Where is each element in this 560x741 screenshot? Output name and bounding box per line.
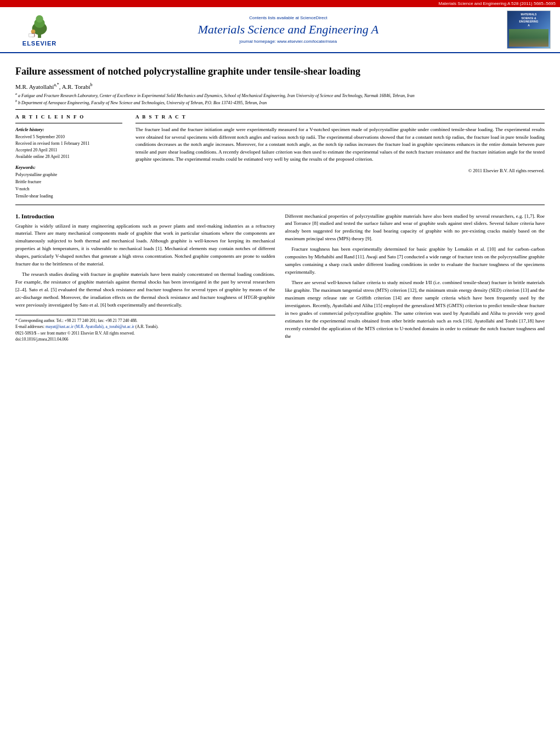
journal-citation: Materials Science and Engineering A 528 … <box>439 1 556 6</box>
authors-line: M.R. Ayatollahia,*, A.R. Torabib <box>15 82 545 90</box>
journal-title-area: Contents lists available at ScienceDirec… <box>72 10 504 52</box>
copyright-notice: © 2011 Elsevier B.V. All rights reserved… <box>135 168 545 173</box>
sciencedirect-text: ScienceDirect <box>300 15 327 20</box>
right-para3: There are several well-known failure cri… <box>285 279 545 341</box>
elsevier-tree-icon <box>23 13 56 39</box>
article-info-panel: A R T I C L E I N F O Article history: R… <box>15 114 122 200</box>
email1: mayat@iust.ac.ir (M.R. Ayatollahi), <box>46 324 105 329</box>
svg-point-4 <box>31 30 36 34</box>
svg-rect-6 <box>29 33 35 37</box>
right-para2: Fracture toughness has been experimental… <box>285 246 545 276</box>
right-para1: Different mechanical properties of polyc… <box>285 213 545 244</box>
abstract-divider <box>135 123 545 123</box>
svg-point-3 <box>36 15 43 22</box>
keyword-4: Tensile-shear loading <box>15 193 122 200</box>
keyword-3: V-notch <box>15 186 122 193</box>
homepage-url: www.elsevier.com/locate/msea <box>277 39 337 44</box>
corresponding-note: * Corresponding author. Tel.: +98 21 77 … <box>15 318 275 324</box>
intro-body: Graphite is widely utilized in many engi… <box>15 223 275 309</box>
revised-date: Received in revised form 1 February 2011 <box>15 140 122 147</box>
author1: M.R. Ayatollahi <box>15 83 54 90</box>
journal-homepage: journal homepage: www.elsevier.com/locat… <box>240 39 337 44</box>
email2: a_torabi@ut.ac.ir <box>106 324 134 329</box>
right-body: Different mechanical properties of polyc… <box>285 213 545 341</box>
keywords-label: Keywords: <box>15 165 122 170</box>
author2: , A.R. Torabi <box>59 83 90 90</box>
elsevier-label: ELSEVIER <box>22 40 56 47</box>
left-column: 1. Introduction Graphite is widely utili… <box>15 213 275 344</box>
doi-line: doi:10.1016/j.msea.2011.04.066 <box>15 337 275 342</box>
page: Materials Science and Engineering A 528 … <box>0 0 560 741</box>
footnote-area: * Corresponding author. Tel.: +98 21 77 … <box>15 315 275 342</box>
email-label: E-mail addresses: <box>15 324 44 329</box>
accepted-date: Accepted 20 April 2011 <box>15 147 122 154</box>
main-content: Failure assessment of notched polycrysta… <box>0 53 560 348</box>
abstract-panel: A B S T R A C T The fracture load and th… <box>135 114 545 200</box>
online-date: Available online 28 April 2011 <box>15 154 122 160</box>
divider-2 <box>15 205 545 205</box>
article-title: Failure assessment of notched polycrysta… <box>15 65 545 78</box>
issn-line: 0921-5093/$ – see front matter © 2011 El… <box>15 331 275 336</box>
keyword-1: Polycrystalline graphite <box>15 172 122 179</box>
journal-cover-area: MATERIALS SCIENCE & ENGINEERING A <box>504 10 553 52</box>
intro-para1: Graphite is widely utilized in many engi… <box>15 223 275 269</box>
author2-sup: b <box>90 82 93 87</box>
info-divider <box>15 123 122 123</box>
abstract-heading: A B S T R A C T <box>135 114 545 120</box>
article-info-row: A R T I C L E I N F O Article history: R… <box>15 114 545 200</box>
cover-image <box>509 29 548 47</box>
article-info-heading: A R T I C L E I N F O <box>15 114 122 120</box>
history-label: Article history: <box>15 127 122 132</box>
journal-header: ELSEVIER Contents lists available at Sci… <box>0 7 560 53</box>
affiliation-b: b b Department of Aerospace Engineering,… <box>15 99 545 105</box>
body-columns: 1. Introduction Graphite is widely utili… <box>15 213 545 344</box>
introduction-heading: 1. Introduction <box>15 213 275 219</box>
elsevier-logo-area: ELSEVIER <box>7 10 72 52</box>
affiliation-a: a a Fatigue and Fracture Research Labora… <box>15 92 545 98</box>
divider-1 <box>15 109 545 110</box>
received-date: Received 5 September 2010 <box>15 134 122 140</box>
cover-title: MATERIALS SCIENCE & ENGINEERING A <box>519 13 538 27</box>
elsevier-logo: ELSEVIER <box>22 13 56 47</box>
keyword-2: Brittle fracture <box>15 179 122 186</box>
author1-sup: a,* <box>54 82 59 87</box>
journal-cover-image: MATERIALS SCIENCE & ENGINEERING A <box>507 10 551 49</box>
email3: (A.R. Torabi). <box>135 324 159 329</box>
email-note: E-mail addresses: mayat@iust.ac.ir (M.R.… <box>15 324 275 330</box>
journal-title: Materials Science and Engineering A <box>198 22 379 37</box>
abstract-text: The fracture load and the fracture initi… <box>135 126 545 163</box>
journal-citation-bar: Materials Science and Engineering A 528 … <box>0 0 560 7</box>
right-column: Different mechanical properties of polyc… <box>285 213 545 344</box>
sciencedirect-link: Contents lists available at ScienceDirec… <box>249 15 327 20</box>
intro-para2: The research studies dealing with fractu… <box>15 271 275 309</box>
